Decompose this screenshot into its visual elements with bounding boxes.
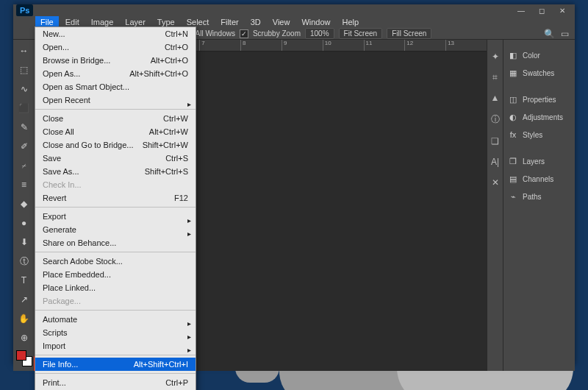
menuitem-file-info[interactable]: File Info...Alt+Shift+Ctrl+I — [35, 358, 196, 371]
menuitem-close[interactable]: CloseCtrl+W — [35, 112, 196, 125]
search-icon[interactable]: 🔍 — [544, 29, 555, 39]
panel-label: Paths — [523, 193, 542, 201]
menuitem-automate[interactable]: Automate — [35, 313, 196, 326]
menuitem-label: Share on Behance... — [43, 238, 116, 247]
maximize-button[interactable]: ◻ — [535, 7, 548, 15]
paths-icon: ⌁ — [508, 191, 518, 202]
menuitem-shortcut: Ctrl+P — [165, 378, 188, 387]
menuitem-browse-in-bridge[interactable]: Browse in Bridge...Alt+Ctrl+O — [35, 54, 196, 67]
menuitem-label: File Info... — [43, 360, 78, 369]
menuitem-close-all[interactable]: Close AllAlt+Ctrl+W — [35, 125, 196, 138]
tool-5[interactable]: ✐ — [17, 140, 32, 153]
menuitem-save[interactable]: SaveCtrl+S — [35, 152, 196, 165]
tool-3[interactable]: ⬛ — [17, 102, 32, 115]
dock-icon-0[interactable]: ✦ — [492, 52, 499, 62]
close-window-button[interactable]: ✕ — [556, 7, 569, 15]
panel-properties[interactable]: ◫Properties — [503, 93, 575, 106]
menuitem-export[interactable]: Export — [35, 210, 196, 223]
menuitem-shortcut: Alt+Shift+Ctrl+I — [134, 360, 188, 369]
menuitem-import[interactable]: Import — [35, 339, 196, 352]
menuitem-print[interactable]: Print...Ctrl+P — [35, 376, 196, 389]
menuitem-shortcut: Ctrl+O — [165, 43, 188, 52]
menuitem-label: Save — [43, 154, 61, 163]
menuitem-shortcut: Ctrl+N — [165, 29, 188, 38]
panel-label: Layers — [523, 157, 545, 166]
tool-14[interactable]: ✋ — [17, 312, 32, 325]
menu-window[interactable]: Window — [296, 16, 335, 28]
menuitem-open-as[interactable]: Open As...Alt+Shift+Ctrl+O — [35, 67, 196, 80]
panel-swatches[interactable]: ▦Swatches — [503, 66, 575, 79]
menuitem-place-embedded[interactable]: Place Embedded... — [35, 268, 196, 281]
adjustments-icon: ◐ — [508, 112, 518, 122]
dock-icon-3[interactable]: ⓘ — [491, 113, 500, 126]
scrubby-zoom-checkbox[interactable] — [240, 29, 248, 38]
panel-styles[interactable]: fxStyles — [503, 128, 575, 141]
panel-layers[interactable]: ❐Layers — [503, 155, 575, 168]
menuitem-place-linked[interactable]: Place Linked... — [35, 281, 196, 294]
menuitem-close-and-go-to-bridge[interactable]: Close and Go to Bridge...Shift+Ctrl+W — [35, 138, 196, 152]
tool-15[interactable]: ⊕ — [17, 331, 32, 344]
tool-2[interactable]: ∿ — [17, 82, 32, 96]
menuitem-label: Print... — [43, 378, 66, 387]
menuitem-shortcut: Shift+Ctrl+S — [145, 167, 188, 176]
dock-icon-1[interactable]: ⌗ — [492, 72, 498, 82]
menuitem-open-recent[interactable]: Open Recent — [35, 93, 196, 107]
dock-icon-6[interactable]: ✕ — [492, 177, 499, 188]
menuitem-shortcut: Ctrl+W — [163, 114, 188, 123]
panel-color[interactable]: ◧Color — [503, 49, 575, 62]
menu-help[interactable]: Help — [337, 16, 365, 28]
file-menu-dropdown: New...Ctrl+NOpen...Ctrl+OBrowse in Bridg… — [35, 26, 196, 390]
zoom-percent-button[interactable]: 100% — [305, 28, 334, 39]
swatches-icon: ▦ — [508, 68, 518, 78]
menuitem-label: Open Recent — [43, 96, 90, 104]
menu-3d[interactable]: 3D — [245, 16, 266, 28]
menuitem-label: Scripts — [43, 328, 68, 337]
panel-adjustments[interactable]: ◐Adjustments — [503, 110, 575, 124]
tool-13[interactable]: ↗ — [17, 293, 32, 306]
color-swatch-pair[interactable] — [16, 350, 32, 366]
panel-channels[interactable]: ▤Channels — [503, 172, 575, 185]
menu-view[interactable]: View — [268, 16, 295, 28]
menuitem-new[interactable]: New...Ctrl+N — [35, 27, 196, 40]
panel-label: Properties — [523, 96, 556, 104]
tool-9[interactable]: ● — [17, 216, 32, 230]
dock-icon-4[interactable]: ❏ — [491, 136, 499, 146]
menuitem-label: Open As... — [43, 69, 80, 78]
dock-icon-2[interactable]: ▲ — [491, 93, 500, 103]
tool-11[interactable]: ⓣ — [17, 255, 32, 268]
fill-screen-button[interactable]: Fill Screen — [387, 28, 431, 39]
tool-10[interactable]: ⬇ — [17, 235, 32, 249]
panel-paths[interactable]: ⌁Paths — [503, 190, 575, 203]
ruler-tick: 10 — [323, 40, 364, 51]
titlebar: Ps — ◻ ✕ — [13, 4, 575, 16]
menuitem-save-as[interactable]: Save As...Shift+Ctrl+S — [35, 165, 196, 178]
menuitem-open-as-smart-object[interactable]: Open as Smart Object... — [35, 80, 196, 93]
menuitem-shortcut: Alt+Ctrl+O — [151, 56, 188, 65]
tool-0[interactable]: ↔ — [17, 44, 32, 57]
tool-4[interactable]: ✎ — [17, 121, 32, 134]
minimize-button[interactable]: — — [514, 7, 528, 15]
tool-1[interactable]: ⬚ — [17, 63, 32, 77]
tool-6[interactable]: ⌿ — [17, 159, 32, 172]
tool-7[interactable]: ≡ — [17, 178, 32, 191]
menuitem-revert[interactable]: RevertF12 — [35, 191, 196, 205]
menuitem-share-on-behance[interactable]: Share on Behance... — [35, 236, 196, 249]
properties-icon: ◫ — [508, 94, 518, 104]
dock-icon-5[interactable]: A| — [491, 157, 499, 167]
menuitem-label: Revert — [43, 194, 66, 202]
tool-8[interactable]: ◆ — [17, 197, 32, 210]
workspace-icon[interactable]: ▭ — [561, 29, 569, 39]
menuitem-label: Browse in Bridge... — [43, 56, 110, 65]
ruler-tick: 9 — [282, 40, 323, 51]
app-logo: Ps — [16, 4, 33, 16]
menuitem-search-adobe-stock[interactable]: Search Adobe Stock... — [35, 255, 196, 268]
menuitem-generate[interactable]: Generate — [35, 223, 196, 236]
layers-icon: ❐ — [508, 156, 518, 166]
menu-filter[interactable]: Filter — [215, 16, 243, 28]
menuitem-scripts[interactable]: Scripts — [35, 326, 196, 339]
menuitem-label: Automate — [43, 315, 77, 324]
menuitem-open[interactable]: Open...Ctrl+O — [35, 40, 196, 54]
fit-screen-button[interactable]: Fit Screen — [339, 28, 383, 39]
menuitem-label: Place Linked... — [43, 283, 96, 292]
tool-12[interactable]: T — [17, 274, 32, 287]
